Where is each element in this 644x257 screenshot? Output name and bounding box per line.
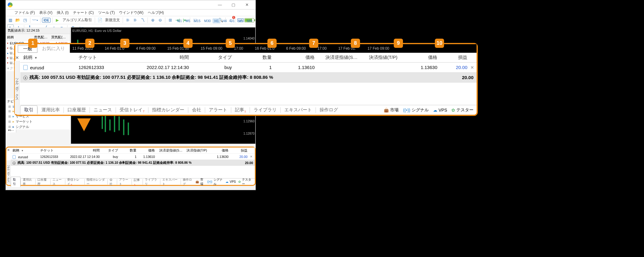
close-trade-icon[interactable]: ✕: [470, 65, 474, 70]
hdr-time[interactable]: 時間: [121, 55, 192, 60]
trade-row[interactable]: eurusd 1262612333 2022.02.17 12:14:30 bu…: [11, 154, 255, 160]
toolbox-tab[interactable]: 会社: [108, 177, 117, 187]
callout-pointer-icon: [77, 118, 91, 131]
toolbox-tab[interactable]: ニュース: [90, 106, 116, 114]
new-chart-icon[interactable]: ▥: [7, 17, 14, 24]
toolbox-link[interactable]: 👜市場: [195, 178, 205, 186]
tf-m1[interactable]: M1: [175, 18, 184, 23]
link-icon: ((•)): [403, 108, 410, 113]
close-button[interactable]: ✕: [240, 1, 254, 9]
tf-m5[interactable]: M5: [184, 18, 192, 23]
toolbox-tab[interactable]: ライブラリ: [250, 106, 280, 114]
toolbox-tab[interactable]: 受信トレイ7: [116, 106, 148, 114]
tab-favorites[interactable]: お気に入り: [37, 45, 70, 52]
account-summary-row: +残高: 100 057.51 USD 有効証拠金: 100 077.51 必要…: [11, 160, 255, 166]
annotation-badge: 10: [435, 39, 444, 48]
toolbox-tab[interactable]: エキスパート: [160, 177, 180, 187]
grid-icon[interactable]: ⊞: [167, 17, 174, 24]
link-icon: ✿: [238, 180, 241, 183]
menu-insert[interactable]: 挿入 (I): [56, 10, 70, 15]
link-icon: ((•)): [207, 180, 213, 183]
tf-mn[interactable]: MN: [245, 18, 254, 23]
bars-icon[interactable]: ⊪: [132, 17, 139, 24]
tf-m30[interactable]: M30: [202, 18, 213, 23]
toolbox-tab[interactable]: ニュース: [51, 177, 65, 187]
toolbox-link[interactable]: ☁VPS: [225, 180, 236, 183]
annotation-badge: 8: [351, 39, 360, 48]
menu-window[interactable]: ウインドウ(W): [118, 10, 144, 15]
toolbox-tab[interactable]: 指標カレンダー: [85, 177, 107, 187]
hdr-price2[interactable]: 価格: [401, 55, 440, 60]
tf-w1[interactable]: W1: [236, 18, 245, 23]
trade-row[interactable]: eurusd 1262612333 2022.02.17 12:14:30 bu…: [20, 63, 477, 72]
hdr-volume[interactable]: 数量: [235, 55, 275, 60]
hdr-price[interactable]: 価格: [275, 55, 318, 60]
menu-view[interactable]: 表示 (V): [38, 10, 54, 15]
toolbox-tab[interactable]: 口座履歴: [36, 177, 50, 187]
toolbox-tab[interactable]: 記事1: [132, 177, 143, 186]
zoom-in-icon[interactable]: ⊕: [149, 17, 156, 24]
algo-play-icon[interactable]: ▶: [54, 17, 61, 24]
hdr-tp[interactable]: 決済指値(T/P): [361, 55, 401, 60]
toolbox-tab[interactable]: 会社: [188, 106, 205, 114]
toolbox-tab[interactable]: 指標カレンダー: [148, 106, 188, 114]
new-order-label[interactable]: 新規注文: [104, 17, 121, 23]
ide-button[interactable]: IDE: [42, 18, 51, 23]
market-watch-title: 気配値表示: 12:24:15: [6, 27, 70, 34]
line-style-icon[interactable]: 〰▾: [32, 17, 39, 24]
tf-h4[interactable]: H4: [220, 18, 228, 23]
toolbox-link[interactable]: ((•))シグナル: [207, 178, 223, 186]
toolbox-tab[interactable]: 操作ログ: [181, 177, 196, 187]
panel-close-icon[interactable]: ✕: [15, 55, 20, 60]
nav-item[interactable]: ▸ マーケット: [6, 119, 70, 124]
tf-d1[interactable]: D1: [228, 18, 236, 23]
toolbox-tab[interactable]: 操作ログ: [316, 106, 342, 114]
hdr-ticket[interactable]: チケット: [75, 55, 121, 60]
menu-chart[interactable]: チャート (C): [72, 10, 95, 15]
tf-h1[interactable]: H1: [213, 18, 220, 23]
toolbox-tab[interactable]: 受信トレイ7: [65, 177, 84, 187]
hdr-symbol[interactable]: 銘柄▼: [20, 55, 75, 60]
toolbox-tab[interactable]: 取引: [20, 105, 37, 114]
maximize-button[interactable]: ▢: [227, 1, 240, 9]
line-chart-icon[interactable]: 〽: [139, 17, 146, 24]
algo-label[interactable]: アルゴリズム取引: [61, 17, 93, 23]
panel-close-icon[interactable]: ✕: [7, 148, 10, 152]
toolbox-tab[interactable]: 運用比率: [38, 106, 63, 114]
nav-item[interactable]: ▸ シグナル: [6, 124, 70, 129]
tf-m15[interactable]: M15: [192, 18, 202, 23]
close-trade-icon[interactable]: ✕: [250, 155, 252, 158]
toolbox-link[interactable]: 👜市場: [384, 107, 399, 113]
toolbox-tab[interactable]: アラート: [205, 106, 231, 114]
toolbox-link[interactable]: ☁VPS: [433, 108, 447, 113]
toolbox-tab[interactable]: アラート: [117, 177, 132, 187]
mw-col-ask[interactable]: 買気配(…: [49, 34, 67, 40]
menu-tools[interactable]: ツール (T): [97, 10, 116, 15]
minimize-button[interactable]: —: [213, 1, 227, 9]
toolbox-tab[interactable]: 口座履歴: [64, 106, 90, 114]
toolbox-tab[interactable]: エキスパート: [281, 106, 316, 114]
menu-help[interactable]: ヘルプ(H): [147, 10, 165, 15]
hdr-profit[interactable]: 損益: [440, 55, 477, 60]
hdr-type[interactable]: タイプ: [192, 55, 235, 60]
hdr-sl[interactable]: 決済逆指値(S…: [318, 55, 361, 60]
trade-table-header: 銘柄▼ チケット 時間 タイプ 数量 価格 決済逆指値(S… 決済指値(T/P)…: [20, 53, 477, 63]
candles-icon[interactable]: ⊪: [125, 17, 131, 24]
toolbox-link[interactable]: ✿テスター: [451, 107, 473, 113]
expand-icon[interactable]: +: [23, 76, 28, 80]
toolbox-link[interactable]: ((•))シグナル: [403, 107, 429, 113]
zoom-out-icon[interactable]: ⊖: [157, 17, 163, 24]
link-icon: ☁: [225, 180, 228, 183]
mw-col-symbol[interactable]: 銘柄: [6, 34, 30, 40]
toolbox-link[interactable]: ✿テスター: [238, 178, 252, 186]
new-order-icon[interactable]: 📄: [97, 17, 103, 24]
toolbox-tab[interactable]: ライブラリ: [143, 177, 160, 187]
toolbox-tab[interactable]: 運用比率: [21, 177, 36, 187]
toolbox-tab[interactable]: 取引: [11, 177, 21, 187]
toolbox-tab[interactable]: 記事1: [231, 106, 250, 114]
save-icon[interactable]: ◳: [22, 17, 29, 24]
menu-file[interactable]: ファイル (F): [13, 10, 36, 15]
callout-top-row: 一般 お気に入り 11 Feb 202214 Feb 01:04 Feb 09:…: [15, 44, 477, 53]
expand-icon[interactable]: +: [13, 162, 16, 165]
open-icon[interactable]: 📂: [14, 17, 21, 24]
